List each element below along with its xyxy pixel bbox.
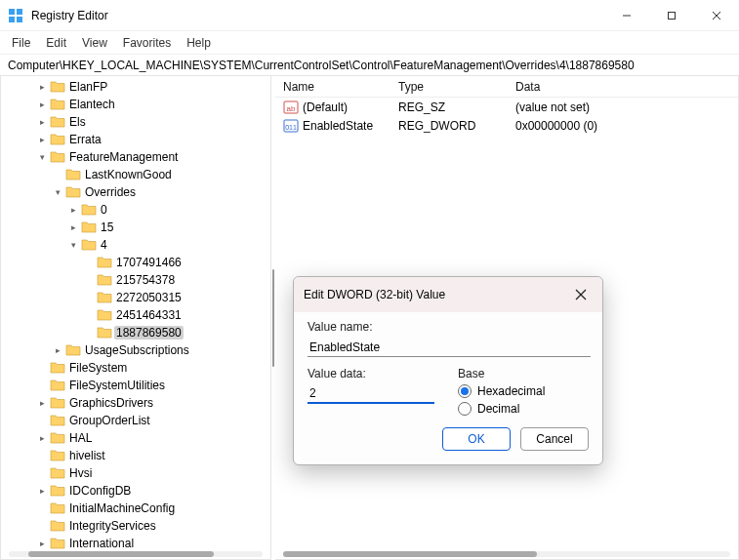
- svg-rect-5: [669, 12, 676, 19]
- tree-item[interactable]: hivelist: [3, 447, 270, 464]
- tree-item[interactable]: 1887869580: [3, 324, 270, 341]
- scroll-thumb[interactable]: [283, 551, 537, 557]
- value-name: (Default): [303, 100, 348, 114]
- minimize-button[interactable]: [604, 0, 649, 31]
- maximize-button[interactable]: [649, 0, 694, 31]
- chevron-right-icon[interactable]: ▸: [34, 486, 50, 496]
- list-scrollbar-horizontal[interactable]: [283, 551, 730, 557]
- tree-item-label: FeatureManagement: [67, 150, 180, 164]
- menu-edit[interactable]: Edit: [38, 34, 74, 52]
- tree-item-label: Overrides: [83, 185, 138, 199]
- menu-view[interactable]: View: [74, 34, 115, 52]
- value-data-input[interactable]: [308, 384, 434, 404]
- chevron-right-icon[interactable]: ▸: [34, 433, 50, 443]
- chevron-right-icon[interactable]: ▸: [34, 117, 50, 127]
- tree-item-label: LastKnownGood: [83, 168, 174, 181]
- tree-item-label: FileSystemUtilities: [67, 379, 167, 392]
- tree-scrollbar-horizontal[interactable]: [9, 551, 263, 557]
- menu-help[interactable]: Help: [179, 34, 219, 52]
- value-type: REG_SZ: [398, 100, 445, 114]
- chevron-right-icon[interactable]: ▸: [65, 205, 81, 215]
- tree-item[interactable]: ▸GraphicsDrivers: [3, 394, 270, 412]
- tree-item-label: 2451464331: [114, 308, 184, 322]
- chevron-down-icon[interactable]: ▾: [34, 152, 50, 162]
- tree-item[interactable]: ▸UsageSubscriptions: [3, 341, 270, 359]
- chevron-right-icon[interactable]: ▸: [34, 398, 50, 408]
- tree-item-label: ElanFP: [67, 80, 109, 94]
- svg-rect-0: [9, 9, 15, 15]
- menu-file[interactable]: File: [4, 34, 38, 52]
- value-name: EnabledState: [303, 119, 373, 133]
- tree-item[interactable]: ▸HAL: [3, 429, 270, 447]
- tree-item[interactable]: ▸Errata: [3, 131, 270, 148]
- tree-item[interactable]: ▸ElanFP: [3, 78, 270, 96]
- tree-item[interactable]: FileSystemUtilities: [3, 377, 270, 394]
- titlebar: Registry Editor: [0, 0, 739, 31]
- tree-item[interactable]: 2451464331: [3, 306, 270, 324]
- folder-icon: [97, 325, 112, 340]
- tree-item-label: HAL: [67, 431, 94, 445]
- tree-item[interactable]: ▸Els: [3, 113, 270, 131]
- address-text: Computer\HKEY_LOCAL_MACHINE\SYSTEM\Curre…: [8, 59, 635, 72]
- tree-item[interactable]: ▸IDConfigDB: [3, 482, 270, 500]
- chevron-right-icon[interactable]: ▸: [34, 82, 50, 92]
- svg-rect-2: [9, 17, 15, 22]
- value-name-input[interactable]: [308, 338, 591, 357]
- chevron-right-icon[interactable]: ▸: [34, 135, 50, 144]
- col-name[interactable]: Name: [275, 80, 390, 94]
- col-data[interactable]: Data: [508, 80, 738, 94]
- addressbar[interactable]: Computer\HKEY_LOCAL_MACHINE\SYSTEM\Curre…: [0, 55, 739, 76]
- binary-value-icon: 011: [283, 118, 299, 134]
- folder-icon: [50, 465, 65, 481]
- folder-icon: [65, 167, 81, 182]
- radio-decimal[interactable]: Decimal: [458, 402, 589, 416]
- chevron-right-icon[interactable]: ▸: [34, 539, 50, 548]
- folder-icon: [97, 307, 112, 323]
- tree-item[interactable]: FileSystem: [3, 359, 270, 377]
- tree-item-label: 2272050315: [114, 291, 184, 304]
- radio-dec-label: Decimal: [477, 402, 519, 416]
- tree-item-label: 1707491466: [114, 256, 184, 269]
- dialog-titlebar[interactable]: Edit DWORD (32-bit) Value: [294, 277, 602, 312]
- tree-item-label: FileSystem: [67, 361, 129, 375]
- tree-pane[interactable]: ▸ElanFP▸Elantech▸Els▸Errata▾FeatureManag…: [0, 76, 271, 560]
- tree-item[interactable]: 2272050315: [3, 289, 270, 306]
- radio-icon: [458, 384, 472, 398]
- chevron-right-icon[interactable]: ▸: [50, 345, 65, 355]
- svg-text:ab: ab: [287, 104, 296, 113]
- chevron-down-icon[interactable]: ▾: [50, 187, 65, 197]
- value-name-label: Value name:: [308, 320, 589, 334]
- chevron-down-icon[interactable]: ▾: [65, 240, 81, 250]
- tree-item[interactable]: ▸Elantech: [3, 96, 270, 113]
- tree-item[interactable]: ▾4: [3, 236, 270, 254]
- tree-item[interactable]: GroupOrderList: [3, 412, 270, 429]
- tree-item[interactable]: LastKnownGood: [3, 166, 270, 183]
- tree-item[interactable]: ▾Overrides: [3, 183, 270, 201]
- list-row[interactable]: ab(Default)REG_SZ(value not set): [275, 98, 738, 116]
- tree-item[interactable]: InitialMachineConfig: [3, 500, 270, 517]
- tree-item-label: Errata: [67, 133, 103, 146]
- menu-favorites[interactable]: Favorites: [115, 34, 179, 52]
- col-type[interactable]: Type: [390, 80, 508, 94]
- tree-item[interactable]: ▾FeatureManagement: [3, 148, 270, 166]
- window-title: Registry Editor: [31, 9, 604, 22]
- ok-button[interactable]: OK: [442, 427, 511, 451]
- tree-item[interactable]: ▸0: [3, 201, 270, 219]
- cancel-button[interactable]: Cancel: [520, 427, 589, 451]
- scroll-thumb[interactable]: [28, 551, 214, 557]
- tree-item-label: GroupOrderList: [67, 414, 152, 427]
- dialog-close-button[interactable]: [569, 283, 593, 306]
- tree-item[interactable]: Hvsi: [3, 464, 270, 482]
- chevron-right-icon[interactable]: ▸: [34, 100, 50, 109]
- value-data-label: Value data:: [308, 367, 434, 380]
- close-button[interactable]: [694, 0, 739, 31]
- tree-item[interactable]: ▸15: [3, 219, 270, 236]
- tree-item[interactable]: 215754378: [3, 271, 270, 289]
- tree-item[interactable]: IntegrityServices: [3, 517, 270, 535]
- tree-item[interactable]: 1707491466: [3, 254, 270, 271]
- radio-hexadecimal[interactable]: Hexadecimal: [458, 384, 589, 398]
- list-row[interactable]: 011EnabledStateREG_DWORD0x00000000 (0): [275, 116, 738, 135]
- edit-dword-dialog: Edit DWORD (32-bit) Value Value name: Va…: [293, 276, 603, 465]
- tree-item[interactable]: ▸International: [3, 535, 270, 552]
- chevron-right-icon[interactable]: ▸: [65, 222, 81, 232]
